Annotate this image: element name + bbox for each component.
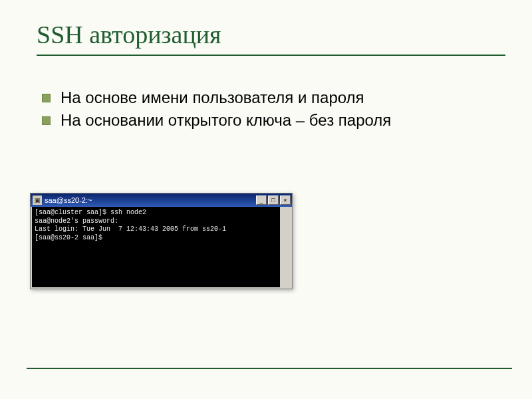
slide: SSH авторизация На основе имени пользова… [0,0,532,399]
minimize-button[interactable]: _ [256,196,267,205]
terminal-title: saa@ss20-2:~ [45,196,256,204]
terminal-line: Last login: Tue Jun 7 12:43:43 2005 from… [35,225,226,233]
maximize-button[interactable]: □ [268,196,279,205]
terminal-line: [saa@ss20-2 saa]$ [35,234,102,241]
bullet-list: На основе имени пользователя и пароля На… [42,88,505,130]
window-controls: _ □ × [256,196,291,205]
scroll-down-icon[interactable]: ▾ [282,278,291,287]
slide-title: SSH авторизация [37,20,505,49]
scroll-up-icon[interactable]: ▴ [282,207,291,216]
terminal-titlebar: ▣ saa@ss20-2:~ _ □ × [31,194,292,207]
terminal-scrollbar[interactable]: ▴ ▾ [281,207,291,287]
close-button[interactable]: × [280,196,291,205]
terminal-window: ▣ saa@ss20-2:~ _ □ × [saa@cluster saa]$ … [30,193,293,289]
terminal-line: [saa@cluster saa]$ ssh node2 [35,209,146,216]
bullet-item: На основании открытого ключа – без парол… [42,110,505,130]
title-divider [37,55,505,56]
footer-divider [27,368,512,369]
terminal-icon: ▣ [33,196,42,205]
terminal-line: saa@node2's password: [35,217,118,225]
bullet-item: На основе имени пользователя и пароля [42,88,505,108]
terminal-body[interactable]: [saa@cluster saa]$ ssh node2 saa@node2's… [31,207,292,289]
